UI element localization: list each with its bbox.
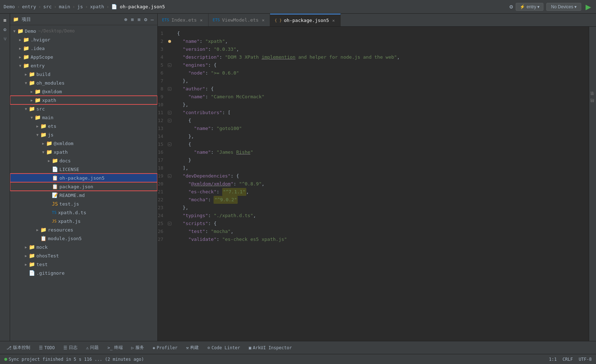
line-num: 5	[158, 61, 166, 69]
app-root: Demo › entry › src › main › js › xpath ›…	[0, 0, 596, 364]
breadcrumb-js[interactable]: js	[77, 4, 83, 9]
tree-item-entry[interactable]: ▼ 📁 entry	[10, 61, 157, 70]
version-control-btn[interactable]: ⎇ 版本控制	[3, 343, 34, 352]
tree-item-hvigor[interactable]: ▶ 📁 .hvigor	[10, 35, 157, 44]
tree-item-appscope[interactable]: ▶ 📁 AppScope	[10, 53, 157, 61]
tree-item-docs[interactable]: ▶ 📁 docs	[10, 156, 157, 165]
explorer-minimize-icon[interactable]: —	[150, 16, 154, 23]
sidebar-icon-explorer[interactable]: ≡	[1, 16, 9, 24]
arrow-icon: ▶	[23, 262, 29, 266]
breadcrumb-main[interactable]: main	[59, 4, 70, 9]
line-ending-label: CRLF	[563, 357, 573, 362]
fold-icon[interactable]: −	[168, 63, 171, 67]
tree-item-build[interactable]: ▶ 📁 build	[10, 70, 157, 78]
arkui-inspector-btn[interactable]: ▣ ArkUI Inspector	[245, 344, 296, 352]
line-ending[interactable]: CRLF	[563, 357, 573, 362]
tree-item-xmldom[interactable]: ▶ 📁 @xmldom	[10, 87, 157, 96]
fold-icon[interactable]: −	[168, 174, 171, 178]
no-devices-button[interactable]: No Devices ▾	[546, 3, 581, 11]
folder-icon: 📁	[35, 89, 41, 94]
breadcrumb-file[interactable]: 📄 oh-package.json5	[111, 4, 165, 9]
line-num: 21	[158, 188, 166, 196]
tree-item-ets[interactable]: ▶ 📁 ets	[10, 122, 157, 130]
breadcrumb-src[interactable]: src	[43, 4, 51, 9]
tree-item-xpath-js[interactable]: ▶ JS xpath.js	[10, 217, 157, 225]
profiler-btn[interactable]: ◈ Profiler	[149, 344, 181, 352]
tab-oh-package[interactable]: { } oh-package.json5 ✕	[270, 14, 340, 27]
entry-button[interactable]: ⚡ entry ▾	[516, 3, 543, 11]
explorer-title: 📁 项目	[13, 16, 121, 23]
tree-item-test[interactable]: ▶ 📁 test	[10, 260, 157, 269]
line-num: 4	[158, 53, 166, 61]
fold-icon[interactable]: −	[168, 111, 171, 114]
log-btn[interactable]: ☰ 日志	[60, 343, 81, 352]
code-line-1: {	[173, 30, 589, 37]
fold-icon[interactable]: −	[168, 119, 171, 122]
tree-item-xpath-folder[interactable]: ▶ 📁 xpath	[10, 96, 157, 104]
problems-btn[interactable]: ⚠ 问题	[82, 343, 102, 352]
file-icon: TS	[52, 210, 57, 215]
explorer-settings-icon[interactable]: ⚙	[143, 16, 148, 23]
breadcrumb-entry[interactable]: entry	[22, 4, 36, 9]
tree-item-license[interactable]: ▶ 📄 LICENSE	[10, 165, 157, 174]
tab-close-viewmodel[interactable]: ✕	[261, 17, 265, 23]
tree-label: src	[36, 106, 45, 112]
settings-icon[interactable]: ⚙	[510, 3, 513, 10]
tree-item-demo[interactable]: ▼ 📁 Demo ~/Desktop/Demo	[10, 27, 157, 35]
build-btn[interactable]: ⚒ 构建	[183, 343, 202, 352]
tree-item-oh-package[interactable]: ▶ 📋 oh-package.json5	[10, 174, 157, 182]
tree-item-src[interactable]: ▼ 📁 src	[10, 104, 157, 113]
line-num: 26	[158, 228, 166, 235]
code-linter-btn[interactable]: ⊙ Code Linter	[204, 344, 244, 352]
terminal-label: 终端	[114, 345, 123, 351]
tree-item-module-json[interactable]: ▶ 📋 module.json5	[10, 234, 157, 243]
explorer-tree: ▼ 📁 Demo ~/Desktop/Demo ▶ 📁 .hvigor ▶ 📁 …	[10, 25, 157, 341]
tree-item-gitignore[interactable]: ▶ 📄 .gitignore	[10, 269, 157, 277]
fold-icon[interactable]: −	[168, 143, 171, 146]
sidebar-icon-git[interactable]: ⑂	[1, 35, 9, 43]
file-icon: 📋	[52, 184, 58, 189]
fold-icon[interactable]: −	[168, 222, 171, 225]
breadcrumb-demo[interactable]: Demo	[4, 4, 15, 9]
folder-icon: 📁	[40, 123, 46, 129]
version-control-icon: ⎇	[6, 345, 12, 350]
tree-item-xmldom2[interactable]: ▶ 📁 @xmldom	[10, 139, 157, 148]
tree-item-mock[interactable]: ▶ 📁 mock	[10, 243, 157, 251]
tree-item-oh-modules[interactable]: ▼ 📁 oh_modules	[10, 78, 157, 87]
breakpoint-dot	[168, 40, 171, 43]
tree-item-main[interactable]: ▼ 📁 main	[10, 113, 157, 122]
tab-close-index[interactable]: ✕	[199, 17, 203, 23]
tree-item-resources[interactable]: ▶ 📁 resources	[10, 225, 157, 234]
sidebar-icon-search[interactable]: ⊙	[1, 25, 9, 34]
explorer-collapse-icon[interactable]: ≡	[130, 16, 134, 23]
tree-item-package-json[interactable]: ▶ 📋 package.json	[10, 182, 157, 191]
tab-index-ets[interactable]: ETS Index.ets ✕	[158, 14, 209, 27]
tree-item-test-js[interactable]: ▶ JS test.js	[10, 199, 157, 208]
tree-item-xpath2[interactable]: ▼ 📁 xpath	[10, 148, 157, 156]
services-btn[interactable]: ▷ 服务	[128, 343, 148, 352]
breadcrumb-xpath[interactable]: xpath	[90, 4, 104, 9]
code-line-15: {	[173, 140, 589, 148]
encoding[interactable]: UTF-8	[579, 357, 592, 362]
tree-item-js[interactable]: ▼ 📁 js	[10, 130, 157, 139]
line-num: 22	[158, 196, 166, 204]
line-num: 8	[158, 85, 166, 93]
tree-item-ohostest[interactable]: ▶ 📁 ohosTest	[10, 251, 157, 260]
terminal-btn[interactable]: >_ 终端	[104, 343, 126, 352]
line-num: 9	[158, 93, 166, 101]
version-control-label: 版本控制	[13, 345, 30, 351]
tab-close-oh-package[interactable]: ✕	[331, 18, 336, 23]
bottom-toolbar: ⎇ 版本控制 ☰ TODO ☰ 日志 ⚠ 问题 >_ 终端 ▷ 服务 ◈ Pro…	[0, 341, 596, 354]
tree-item-idea[interactable]: ▶ 📁 .idea	[10, 44, 157, 53]
fold-icon[interactable]: −	[168, 87, 171, 91]
tree-item-readme[interactable]: ▶ 📝 README.md	[10, 191, 157, 199]
tab-viewmodel-ets[interactable]: ETS ViewModel.ets ✕	[209, 14, 270, 27]
todo-btn[interactable]: ☰ TODO	[35, 344, 58, 352]
cursor-position[interactable]: 1:1	[549, 357, 557, 362]
explorer-new-icon[interactable]: ⊕	[124, 16, 128, 23]
run-button[interactable]: ▶	[584, 3, 592, 11]
tree-item-xpath-dts[interactable]: ▶ TS xpath.d.ts	[10, 208, 157, 217]
code-content[interactable]: { "name": "xpath", "version": "0.0.33", …	[173, 27, 589, 341]
explorer-expand-icon[interactable]: ≡	[137, 16, 141, 23]
sync-message: Sync project finished in 5 s 116 ... (2 …	[9, 357, 144, 362]
